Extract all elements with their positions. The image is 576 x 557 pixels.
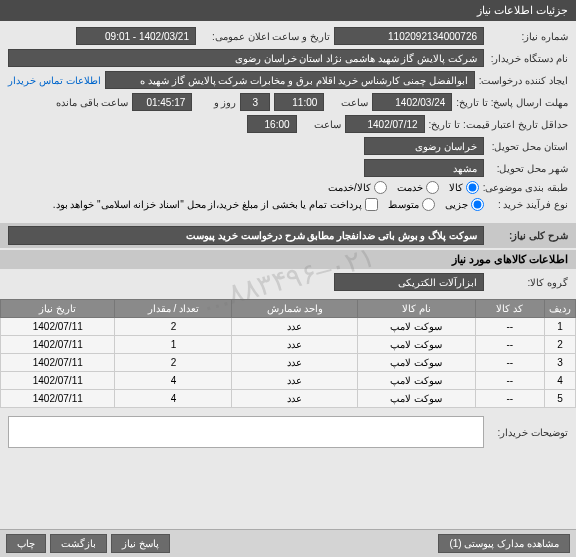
col-header: واحد شمارش: [232, 300, 358, 318]
validity-label: حداقل تاریخ اعتبار قیمت: تا تاریخ:: [429, 119, 568, 130]
cell-unit: عدد: [232, 318, 358, 336]
creator-field: ابوالفضل چمنی کارشناس خرید اقلام برق و م…: [105, 71, 475, 89]
cell-unit: عدد: [232, 336, 358, 354]
col-header: تعداد / مقدار: [115, 300, 232, 318]
remain-label: ساعت باقی مانده: [56, 97, 129, 108]
cell-n: 4: [545, 372, 576, 390]
announce-label: تاریخ و ساعت اعلان عمومی:: [200, 31, 330, 42]
cell-date: 1402/07/11: [1, 390, 115, 408]
cell-qty: 4: [115, 390, 232, 408]
cell-qty: 1: [115, 336, 232, 354]
province-label: استان محل تحویل:: [488, 141, 568, 152]
form-area: شماره نیاز: 1102092134000726 تاریخ و ساع…: [0, 21, 576, 221]
province-field: خراسان رضوی: [364, 137, 484, 155]
cell-n: 2: [545, 336, 576, 354]
desc-field: سوکت پلاگ و بوش باتی ضدانفجار مطابق شرح …: [8, 226, 484, 245]
days-val: 3: [240, 93, 270, 111]
cell-name: سوکت لامپ: [357, 390, 475, 408]
validity-time: 16:00: [247, 115, 297, 133]
buyer-field: شرکت پالایش گاز شهید هاشمی نژاد استان خر…: [8, 49, 484, 67]
items-section-bar: اطلاعات کالاهای مورد نیاز: [0, 250, 576, 269]
back-button[interactable]: بازگشت: [50, 534, 107, 553]
contact-link[interactable]: اطلاعات تماس خریدار: [8, 75, 101, 86]
table-row[interactable]: 4--سوکت لامپعدد41402/07/11: [1, 372, 576, 390]
attachments-button[interactable]: مشاهده مدارک پیوستی (1): [438, 534, 570, 553]
cell-name: سوکت لامپ: [357, 318, 475, 336]
proc-medium-radio[interactable]: متوسط: [388, 198, 435, 211]
deadline-time: 11:00: [274, 93, 324, 111]
table-row[interactable]: 1--سوکت لامپعدد21402/07/11: [1, 318, 576, 336]
need-no-field: 1102092134000726: [334, 27, 484, 45]
process-label: نوع فرآیند خرید :: [488, 199, 568, 210]
cell-code: --: [475, 354, 544, 372]
buyer-notes: [8, 416, 484, 448]
cell-name: سوکت لامپ: [357, 372, 475, 390]
buyer-label: نام دستگاه خریدار:: [488, 53, 568, 64]
cell-name: سوکت لامپ: [357, 336, 475, 354]
cell-date: 1402/07/11: [1, 318, 115, 336]
cell-code: --: [475, 390, 544, 408]
bottom-toolbar: مشاهده مدارک پیوستی (1) پاسخ نیاز بازگشت…: [0, 529, 576, 557]
items-table: ردیفکد کالانام کالاواحد شمارشتعداد / مقد…: [0, 299, 576, 408]
need-no-label: شماره نیاز:: [488, 31, 568, 42]
validity-date: 1402/07/12: [345, 115, 425, 133]
col-header: نام کالا: [357, 300, 475, 318]
cell-n: 3: [545, 354, 576, 372]
table-row[interactable]: 5--سوکت لامپعدد41402/07/11: [1, 390, 576, 408]
category-radios: کالا خدمت کالا/خدمت: [328, 181, 479, 194]
cell-name: سوکت لامپ: [357, 354, 475, 372]
table-row[interactable]: 3--سوکت لامپعدد21402/07/11: [1, 354, 576, 372]
cell-code: --: [475, 318, 544, 336]
table-row[interactable]: 2--سوکت لامپعدد11402/07/11: [1, 336, 576, 354]
city-field: مشهد: [364, 159, 484, 177]
cell-n: 5: [545, 390, 576, 408]
group-label: گروه کالا:: [488, 277, 568, 288]
category-label: طبقه بندی موضوعی:: [483, 182, 568, 193]
cell-date: 1402/07/11: [1, 354, 115, 372]
notes-label: توضیحات خریدار:: [488, 427, 568, 438]
desc-section-bar: شرح کلی نیاز: سوکت پلاگ و بوش باتی ضدانف…: [0, 223, 576, 248]
cat-service-radio[interactable]: خدمت: [397, 181, 439, 194]
proc-note-check[interactable]: پرداخت تمام یا بخشی از مبلغ خرید،از محل …: [53, 198, 378, 211]
cell-qty: 2: [115, 318, 232, 336]
col-header: کد کالا: [475, 300, 544, 318]
print-button[interactable]: چاپ: [6, 534, 46, 553]
col-header: تاریخ نیاز: [1, 300, 115, 318]
cat-both-radio[interactable]: کالا/خدمت: [328, 181, 387, 194]
announce-field: 1402/03/21 - 09:01: [76, 27, 196, 45]
cell-date: 1402/07/11: [1, 336, 115, 354]
cell-qty: 2: [115, 354, 232, 372]
panel-title: جزئیات اطلاعات نیاز: [0, 0, 576, 21]
city-label: شهر محل تحویل:: [488, 163, 568, 174]
deadline-date: 1402/03/24: [372, 93, 452, 111]
desc-label: شرح کلی نیاز:: [488, 230, 568, 241]
cell-code: --: [475, 372, 544, 390]
group-field: ابزارآلات الکتریکی: [334, 273, 484, 291]
cat-goods-radio[interactable]: کالا: [449, 181, 479, 194]
time-label-2: ساعت: [301, 119, 341, 130]
cell-qty: 4: [115, 372, 232, 390]
process-radios: جزیی متوسط پرداخت تمام یا بخشی از مبلغ خ…: [53, 198, 484, 211]
remain-val: 01:45:17: [132, 93, 192, 111]
cell-n: 1: [545, 318, 576, 336]
deadline-label: مهلت ارسال پاسخ: تا تاریخ:: [456, 97, 568, 108]
cell-unit: عدد: [232, 390, 358, 408]
days-label: روز و: [196, 97, 236, 108]
cell-date: 1402/07/11: [1, 372, 115, 390]
creator-label: ایجاد کننده درخواست:: [479, 75, 568, 86]
time-label-1: ساعت: [328, 97, 368, 108]
reply-button[interactable]: پاسخ نیاز: [111, 534, 170, 553]
col-header: ردیف: [545, 300, 576, 318]
proc-partial-radio[interactable]: جزیی: [445, 198, 484, 211]
cell-unit: عدد: [232, 372, 358, 390]
cell-code: --: [475, 336, 544, 354]
cell-unit: عدد: [232, 354, 358, 372]
